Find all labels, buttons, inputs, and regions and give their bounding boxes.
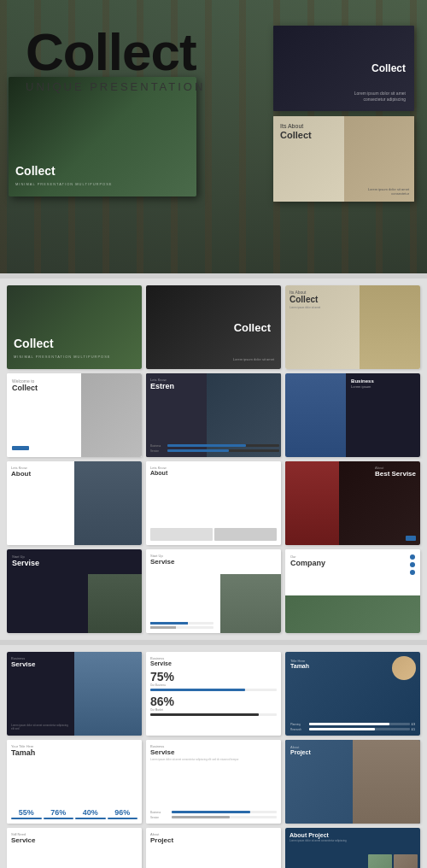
bar1-track xyxy=(167,444,279,447)
slide-7-text: Lets Know About xyxy=(11,466,31,478)
slide-21-imgs xyxy=(368,854,418,868)
slide-18-content: About Project xyxy=(285,740,420,824)
slide-3-text: Its About Collect Lorem ipsum dolor sit … xyxy=(290,290,332,309)
slide-11-text: Start Up Servise xyxy=(150,554,174,566)
slide-10-title: Servise xyxy=(12,559,137,567)
slide-3-content: Its About Collect Lorem ipsum dolor sit … xyxy=(285,285,420,369)
slide-grid-1: Collect MINIMAL PRESENTATION MULTIPURPOS… xyxy=(7,285,420,633)
slide-16-content: Your Title Here Tamah 55% 76% xyxy=(7,740,142,824)
header-section: Collect UNIQUE PRESENTATION Collect MINI… xyxy=(0,0,427,273)
slide-13-desc: Lorem ipsum dolor sit amet consectetur a… xyxy=(11,724,70,731)
slide-card-3: Its About Collect Lorem ipsum dolor sit … xyxy=(285,285,420,369)
slide-13-left: Business Servise Lorem ipsum dolor sit a… xyxy=(7,652,74,736)
big-slide-preview: Collect MINIMAL PRESENTATION MULTIPURPOS… xyxy=(9,77,196,196)
main-title: Collect xyxy=(26,26,205,79)
right-slides: Collect Lorem ipsum dolor sit amet conse… xyxy=(273,26,414,202)
slide-6-title: Business xyxy=(351,378,415,384)
slide-9-title: Best Servise xyxy=(375,470,416,478)
slide-card-18: About Project xyxy=(285,740,420,824)
slide-11-img xyxy=(220,574,281,633)
right-slide-2-label: Its About xyxy=(280,123,303,129)
slide-card-8: Lets Know About xyxy=(146,461,281,545)
slide-21-layout: About Project Lorem ipsum dolor sit amet… xyxy=(285,828,420,868)
slide-20-title: Project xyxy=(150,836,173,844)
slide-4-title: Collect xyxy=(12,384,38,392)
pct-4-val: 96% xyxy=(108,808,138,817)
slide-card-1: Collect MINIMAL PRESENTATION MULTIPURPOS… xyxy=(7,285,142,369)
slide-11-content: Start Up Servise xyxy=(146,549,281,633)
big-slide-subtitle: MINIMAL PRESENTATION MULTIPURPOSE xyxy=(15,182,113,186)
s17-bar1-label: Business xyxy=(150,811,172,814)
slide-12-content: Our Company xyxy=(285,549,420,633)
slide-card-2: Collect Lorem ipsum dolor sit amet xyxy=(146,285,281,369)
slide-13-content: Business Servise Lorem ipsum dolor sit a… xyxy=(7,652,142,736)
profile-bar1-label: Planning xyxy=(290,723,309,726)
slide-card-9: About Best Servise xyxy=(285,461,420,545)
dot-3 xyxy=(410,570,415,575)
s17-bar1-fill xyxy=(172,811,250,813)
profile-bar1-track xyxy=(309,723,410,725)
slide-card-14: Business Servise 75% Our Business 86% Ou… xyxy=(146,652,281,736)
slide-6-sub: Lorem ipsum xyxy=(351,384,415,389)
slide-12-dots xyxy=(410,554,415,575)
slide-4-content: Welcome to Collect xyxy=(7,373,142,457)
header-title-block: Collect UNIQUE PRESENTATION xyxy=(26,26,205,93)
slide-5-bars: Business Service xyxy=(150,444,279,453)
slide-11-bar2-track xyxy=(150,626,214,629)
dot-1 xyxy=(410,554,415,560)
slide-14-bar2-fill xyxy=(150,713,259,716)
slide-4-button xyxy=(12,446,29,450)
s17-bar1: Business xyxy=(150,811,277,814)
slide-card-7: Lets Know About xyxy=(7,461,142,545)
slide-1-sub: MINIMAL PRESENTATION MULTIPURPOSE xyxy=(14,355,111,359)
profile-avatar xyxy=(392,656,416,680)
profile-bar1-fill xyxy=(309,723,389,725)
slide-13-text: Business Servise xyxy=(7,652,74,672)
profile-bar2-fill xyxy=(309,728,375,730)
slide-7-content: Lets Know About xyxy=(7,461,142,545)
slide-13-layout: Business Servise Lorem ipsum dolor sit a… xyxy=(7,652,142,736)
slide-card-12: Our Company xyxy=(285,549,420,633)
slide-8-img1 xyxy=(150,528,213,541)
profile-role: Title Here xyxy=(290,659,309,663)
slide-3-title: Collect xyxy=(290,295,332,304)
profile-bar2-track xyxy=(309,728,410,730)
slide-2-title: Collect xyxy=(234,320,271,333)
slide-19-title: Service xyxy=(11,836,137,844)
slide-2-content: Collect Lorem ipsum dolor sit amet xyxy=(146,285,281,369)
slide-card-10: Start Up Servise xyxy=(7,549,142,633)
slide-1-title: Collect xyxy=(14,337,54,350)
header-subtitle: UNIQUE PRESENTATION xyxy=(26,80,205,93)
bar1-label: Business xyxy=(150,444,167,448)
slide-14-content: Business Servise 75% Our Business 86% Ou… xyxy=(146,652,281,736)
slide-16-pct-grid: 55% 76% 40% 96% xyxy=(11,808,137,819)
slide-6-layout: Business Lorem ipsum xyxy=(285,373,420,457)
profile-text: Title Here Tamah xyxy=(290,659,309,669)
slide-12-title: Company xyxy=(290,559,325,567)
slide-6-content: Business Lorem ipsum xyxy=(285,373,420,457)
slide-18-text: About Project xyxy=(290,745,311,755)
right-slide-1: Collect Lorem ipsum dolor sit amet conse… xyxy=(273,26,414,111)
slide-9-text: About Best Servise xyxy=(375,466,416,478)
pct-2-bar xyxy=(44,818,74,819)
slide-14-bar1-track xyxy=(150,689,277,691)
slide-12-img xyxy=(285,595,420,633)
s17-bar2-track xyxy=(172,816,277,818)
slide-4-image xyxy=(81,373,142,457)
slide-14-pct1-val: 75% xyxy=(150,670,277,683)
slide-6-right: Business Lorem ipsum xyxy=(346,373,420,457)
s17-bar1-track xyxy=(172,811,277,813)
slide-14-pct2-label: Our Market xyxy=(150,708,277,712)
slide-7-title: About xyxy=(11,470,31,478)
slide-18-title: Project xyxy=(290,749,311,755)
slide-card-4: Welcome to Collect xyxy=(7,373,142,457)
slide-11-bars xyxy=(150,622,214,629)
slide-16-name: Tamah xyxy=(11,748,137,757)
slide-20-text: About Project xyxy=(150,832,173,844)
slide-5-bar1: Business xyxy=(150,444,279,448)
slide-3-desc: Lorem ipsum dolor sit amet xyxy=(290,306,332,309)
slide-17-content: Business Servise Lorem ipsum dolor sit a… xyxy=(146,740,281,824)
slide-17-text: Business Servise Lorem ipsum dolor sit a… xyxy=(150,744,277,762)
big-slide-title: Collect xyxy=(15,164,56,178)
slide-14-text: Business Servise 75% Our Business 86% Ou… xyxy=(150,656,277,731)
